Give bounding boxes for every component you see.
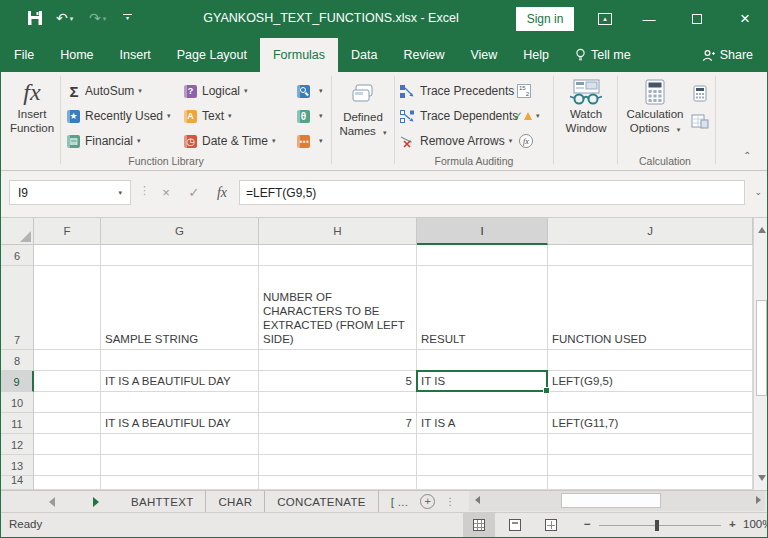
cell-I11[interactable]: IT IS A [417,413,548,434]
calculate-now-button[interactable] [693,82,707,104]
close-button[interactable]: × [725,0,765,38]
column-header-h[interactable]: H [259,218,417,245]
tab-review[interactable]: Review [390,38,457,72]
cell-F13[interactable] [34,455,101,476]
tab-home[interactable]: Home [47,38,106,72]
cell-J9[interactable]: LEFT(G9,5) [548,371,753,392]
cell-F8[interactable] [34,350,101,371]
cell-H10[interactable] [259,392,417,413]
cell-I8[interactable] [417,350,548,371]
new-sheet-button[interactable]: + [420,494,435,509]
cell-J12[interactable] [548,434,753,455]
cell-G8[interactable] [101,350,259,371]
remove-arrows-button[interactable]: Remove Arrows ▾ [400,130,512,152]
cell-G7[interactable]: SAMPLE STRING [101,266,259,350]
row-header-10[interactable]: 10 [1,392,34,413]
evaluate-formula-button[interactable]: fx [519,130,533,152]
trace-dependents-button[interactable]: Trace Dependents [400,105,518,127]
sheet-bar-drag-handle[interactable]: ⋮ [445,496,455,507]
cell-G9[interactable]: IT IS A BEAUTIFUL DAY [101,371,259,392]
lookup-reference-button[interactable]: ▾ [297,80,323,102]
normal-view-button[interactable] [463,513,495,537]
cell-J7[interactable]: FUNCTION USED [548,266,753,350]
scroll-right-icon[interactable] [756,496,761,504]
cell-F6[interactable] [34,245,101,266]
calculation-options-button[interactable]: Calculation Options ▾ [621,77,689,137]
minimize-button[interactable]: ― [629,0,669,38]
share-button[interactable]: Share [688,38,767,72]
cell-H13[interactable] [259,455,417,476]
tab-help[interactable]: Help [510,38,562,72]
sheet-tab-bahttext[interactable]: BAHTTEXT [119,491,206,512]
calculate-sheet-button[interactable] [691,110,709,132]
insert-function-fx-button[interactable]: fx [209,180,235,205]
previous-sheet-icon[interactable] [49,497,55,507]
name-box-dropdown-icon[interactable]: ▾ [118,189,122,197]
formula-input[interactable]: =LEFT(G9,5) [239,180,745,205]
scroll-up-icon[interactable] [758,227,766,233]
cancel-button[interactable]: × [153,180,179,205]
page-break-view-button[interactable] [535,513,567,537]
select-all-button[interactable] [1,218,34,245]
undo-dropdown-icon[interactable]: ▾ [70,15,74,22]
more-functions-button[interactable]: ⋯ ▾ [297,130,323,152]
zoom-slider-track[interactable] [599,525,721,526]
cell-F9[interactable] [34,371,101,392]
expand-formula-bar-icon[interactable]: ⌄ [754,187,762,197]
tab-file[interactable]: File [1,38,47,72]
formula-bar-drag-handle[interactable]: ⋮ [139,184,150,197]
collapse-ribbon-icon[interactable]: ⌃ [743,150,751,161]
cell-G6[interactable] [101,245,259,266]
column-header-g[interactable]: G [101,218,259,245]
sheet-tab-char[interactable]: CHAR [206,491,265,512]
scroll-down-icon[interactable] [758,475,766,481]
cell-J11[interactable]: LEFT(G11,7) [548,413,753,434]
cell-I9[interactable]: IT IS [417,371,548,392]
column-header-i[interactable]: I [417,218,548,245]
cell-J10[interactable] [548,392,753,413]
cell-F11[interactable] [34,413,101,434]
sheet-tab-concatenate[interactable]: CONCATENATE [265,491,379,512]
scroll-left-icon[interactable] [475,496,480,504]
zoom-out-button[interactable]: − [584,518,591,530]
watch-window-button[interactable]: Watch Window [557,77,615,135]
cell-F14[interactable] [34,476,101,490]
autosum-button[interactable]: Σ AutoSum ▾ [67,80,142,102]
next-sheet-icon[interactable] [93,497,99,507]
cell-I13[interactable] [417,455,548,476]
row-header-14[interactable]: 14 [1,476,34,490]
cell-I14[interactable] [417,476,548,490]
ribbon-display-options-button[interactable]: ▴ [585,0,625,38]
tab-tell-me[interactable]: Tell me [562,38,644,72]
vertical-scrollbar[interactable] [753,218,768,490]
cell-H8[interactable] [259,350,417,371]
error-checking-button[interactable]: ✓ ▾ [513,105,540,127]
column-header-j[interactable]: J [548,218,753,245]
cell-H6[interactable] [259,245,417,266]
row-header-7[interactable]: 7 [1,266,34,350]
cell-F10[interactable] [34,392,101,413]
row-header-9[interactable]: 9 [1,371,34,392]
cell-G10[interactable] [101,392,259,413]
financial-button[interactable]: ▤ Financial ▾ [67,130,141,152]
maximize-button[interactable] [677,0,717,38]
date-time-button[interactable]: ◷ Date & Time ▾ [184,130,276,152]
cell-H9[interactable]: 5 [259,371,417,392]
tab-data[interactable]: Data [338,38,390,72]
undo-icon[interactable]: ↶▾ [56,9,73,28]
cell-I6[interactable] [417,245,548,266]
cell-H14[interactable] [259,476,417,490]
tab-page-layout[interactable]: Page Layout [164,38,260,72]
sheet-tab-active-truncated[interactable]: [ ... [379,491,412,512]
trace-precedents-button[interactable]: Trace Precedents [400,80,514,102]
text-button[interactable]: A Text ▾ [184,105,232,127]
enter-button[interactable]: ✓ [181,180,207,205]
redo-dropdown-icon[interactable]: ▾ [103,15,107,22]
math-trig-button[interactable]: θ ▾ [297,105,323,127]
row-header-8[interactable]: 8 [1,350,34,371]
cell-F12[interactable] [34,434,101,455]
cell-H7[interactable]: NUMBER OF CHARACTERS TO BE EXTRACTED (FR… [259,266,417,350]
cell-G12[interactable] [101,434,259,455]
customize-quick-access-icon[interactable]: ▾ [123,14,132,22]
tab-formulas[interactable]: Formulas [260,38,338,72]
